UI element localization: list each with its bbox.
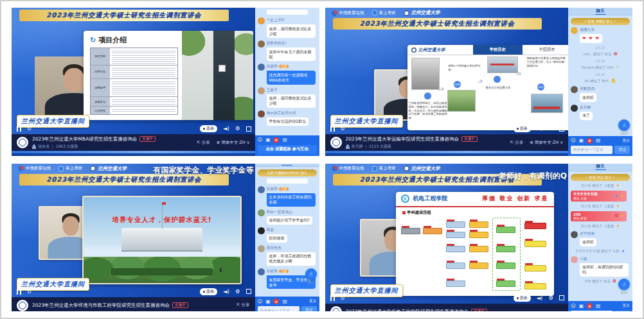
gift-icon[interactable]: ✿ [273,137,279,143]
share-button[interactable]: ⇱ 分享 [237,302,250,308]
chat-message-list[interactable]: ·• 欢迎 #晴话 加入 •· 偶遇向安❤ ❤ ❤ 14:25 uSa。赠送了 … [568,15,632,136]
ballot-icon[interactable]: ▤ [282,299,287,304]
pause-button[interactable] [330,126,335,132]
stream-infobar: 2023年兰州交通大学环境与市政工程学院研究生招生直播咨询会直播中 ⇱ 分享 [12,297,255,312]
chat-header-tab[interactable]: 聊天 [568,164,632,171]
slide-header: ⚙ 机电工程学院 厚德 敬业 创新 求是 [396,192,554,207]
quality-button[interactable]: 原画 [514,125,531,132]
flow-box [446,221,465,228]
campus-photo [182,31,253,120]
language-selector[interactable]: ⊕ 简体中文·ZH ∨ [217,140,250,146]
fullscreen-icon[interactable] [246,289,251,294]
danmaku-overlay: 老师好，有调剂的Q [499,171,567,182]
settings-gear-icon[interactable]: ⚙ [548,295,553,301]
flow-box [469,263,488,269]
image-icon[interactable]: ▣ [265,299,270,304]
table-cell-lines [112,67,175,77]
gift-icon[interactable]: ✿ [587,303,593,309]
person-icon [32,144,36,149]
hedge-sign [112,269,212,275]
slide-university-logo: 兰州交通大学 [407,45,473,55]
star-icon: ★ [616,204,620,209]
language-selector[interactable]: ⊕ 简体中文·ZH ∨ [530,140,563,146]
chat-input[interactable] [571,146,613,154]
ballot-icon[interactable]: ▤ [282,137,287,142]
flow-box [524,265,546,272]
chat-panel-4: 聊天 ·• 欢迎 天意 加入 •· 方小鱼 赠送了 小星星★ 长长长长长长猫赠送… [568,164,632,312]
share-button[interactable]: ⇱ 分享 [197,140,210,146]
avatar [258,87,265,94]
welcome-banner: ·• 欢迎 天意 加入 •· [571,174,630,181]
pause-button[interactable] [17,289,21,295]
send-button[interactable]: 发送 [614,146,630,154]
fullscreen-icon[interactable] [559,126,564,132]
timeline-photo [447,90,476,112]
emoji-icon[interactable]: ☺ [571,138,576,143]
chat-message: 苏尔舞来了 [571,105,630,120]
refresh-button[interactable]: ↻ [27,289,31,295]
chat-input[interactable] [258,306,300,311]
more-button[interactable]: 更多 [622,138,630,144]
like-button[interactable]: ☝1937 [618,119,630,135]
tab-college-history: 学院历史 [523,45,568,55]
presenter-views: 张有道 ｜ 1963 次观看 [38,144,78,150]
quality-button[interactable]: 原画 [200,288,217,295]
quality-button[interactable]: 原画 [200,125,217,132]
fullscreen-icon[interactable] [559,295,564,300]
refresh-button[interactable]: ↻ [341,295,345,301]
pause-button[interactable] [330,295,335,301]
ballot-icon[interactable]: ▤ [596,304,600,309]
gift-icon[interactable]: ✿ [587,138,593,144]
kaoyan-icon [58,166,64,171]
more-button[interactable]: 更多 [309,298,317,304]
quality-button[interactable]: 原画 [514,295,531,302]
gift-line: 方小鱼 赠送了 小星星★ [571,204,630,209]
chat-message: 买数而由老师好 [571,86,630,101]
emoji-icon[interactable]: ☺ [258,137,263,142]
emoji-icon[interactable]: ☺ [258,299,263,304]
university-seal [330,137,342,148]
image-icon[interactable]: ▣ [579,304,584,309]
settings-gear-icon[interactable]: ⚙ [548,126,553,132]
like-count: 834 [618,291,630,295]
settings-gear-icon[interactable]: ⚙ [235,126,240,132]
avatar [258,209,265,216]
volume-icon[interactable]: ◄) [537,295,543,301]
volume-icon[interactable]: ◄) [223,126,229,132]
refresh-button[interactable]: ↻ [27,126,31,132]
slide-school-history: 兰州交通大学 学校历史 学院历史 兰州铁道学院创立，由唐山铁道学院（西南交大）和… [407,45,569,130]
share-button[interactable]: ⇱ 分享 [510,140,524,146]
thumbs-up-icon: ☝ [622,122,625,128]
star-icon: ★ [620,194,624,198]
clipped-message [267,10,308,15]
set-nickname-join-button[interactable]: 点击 设置昵称 参与互动 [258,145,317,154]
ballot-icon[interactable]: ▤ [596,138,600,143]
send-button[interactable]: 发送 [614,311,630,311]
chat-header-tab[interactable]: 聊天 [568,8,632,15]
settings-gear-icon[interactable]: ⚙ [235,289,240,295]
volume-icon[interactable]: ◄) [223,289,229,295]
pause-button[interactable] [17,126,21,132]
like-button[interactable]: ☝922 [305,268,317,284]
host-badge: 主播 [279,187,289,191]
chat-message-list[interactable]: 一定上岸吖老师，请问贵校复试比多少呢 菠萝的快乐!老师今年有几个调剂名额呢 刘老… [255,8,319,135]
fullscreen-icon[interactable] [246,126,251,132]
timeline-photo [411,58,440,90]
emoji-icon[interactable]: ☺ [571,304,576,309]
refresh-button[interactable]: ↻ [341,126,345,132]
image-icon[interactable]: ▣ [265,137,270,142]
volume-icon[interactable]: ◄) [537,126,543,132]
partner-logos: 中国教育在线 掌上考研 兰州交通大学 [18,166,127,172]
gift-icon[interactable]: ✿ [273,298,279,304]
chat-input[interactable] [571,311,613,311]
send-button[interactable]: 发送 [301,306,317,311]
seal-icon [90,166,96,171]
screenshot-grid: 2023年兰州交通大学硕士研究生招生调剂宣讲会 ↻项目介绍 兰州交通大学MBA教… [0,0,644,319]
image-icon[interactable]: ▣ [579,138,584,143]
more-button[interactable]: 更多 [622,303,630,309]
like-button[interactable]: ☝834 [618,279,630,295]
chat-timestamp: 14:25 [571,46,630,49]
pedestrian [220,268,222,272]
like-count: 1937 [618,132,630,135]
player-controls: ↻ 原画 ◄) ⚙ [17,288,251,295]
